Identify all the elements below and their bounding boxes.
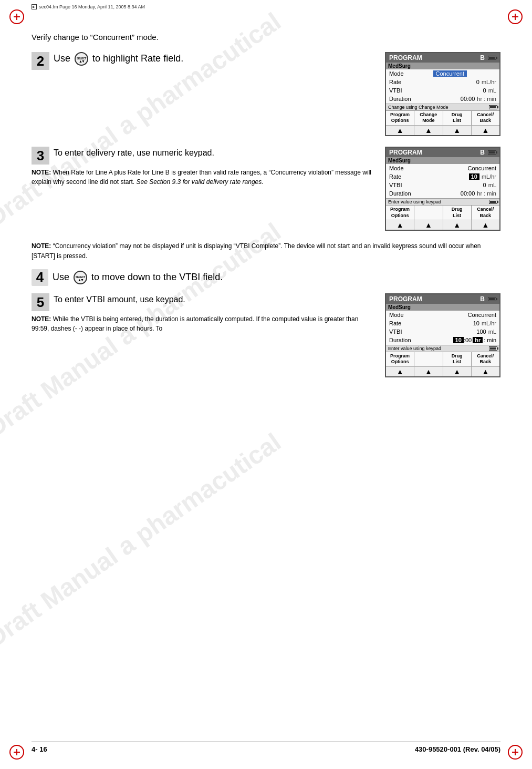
screen-3-row-vtbi: VTBI 0 mL <box>386 181 499 189</box>
step-2-text-before: Use <box>54 53 70 64</box>
screen-2-row-rate: Rate 0 mL/hr <box>386 78 499 86</box>
step-3-note: NOTE: When Rate for Line A plus Rate for… <box>32 168 377 187</box>
screen-2-btn-program[interactable]: ProgramOptions <box>386 111 414 125</box>
step-2-number: 2 <box>32 52 49 70</box>
screen-3-arrow-3[interactable]: ▲ <box>443 220 472 230</box>
select-icon-2 <box>75 52 88 66</box>
screen-3-btn-empty <box>414 206 443 220</box>
main-content: Verify change to “Concurrent” mode. 2 Us… <box>32 32 500 737</box>
screen-3-arrow-1[interactable]: ▲ <box>386 220 414 230</box>
screen-3-header: PROGRAM B <box>386 148 499 157</box>
screen-3-row-duration: Duration 00:00 hr : min <box>386 189 499 198</box>
device-screen-5: PROGRAM B MedSurg Mode Concurrent <box>385 293 500 377</box>
screen-5-arrow-2[interactable]: ▲ <box>414 366 443 376</box>
screen-5-row-vtbi: VTBI 100 mL <box>386 327 499 336</box>
screen-5-btn-program[interactable]: ProgramOptions <box>386 352 414 366</box>
screen-5-subheader: MedSurg <box>386 304 499 311</box>
screen-3-arrow-2[interactable]: ▲ <box>414 220 443 230</box>
step-3-number: 3 <box>32 147 49 165</box>
screen-2-badge: B <box>480 54 485 61</box>
step-4-section: 4 Use to move down to the VTBI field. <box>32 269 500 286</box>
corner-br <box>508 745 523 760</box>
screen-5-arrow-3[interactable]: ▲ <box>443 366 472 376</box>
file-info: sec04.fm Page 16 Monday, April 11, 2005 … <box>39 4 145 9</box>
step-5-row: 5 To enter VTBI amount, use keypad. NOTE… <box>32 293 500 377</box>
step-5-heading: 5 To enter VTBI amount, use keypad. <box>32 293 377 311</box>
footer-right: 430-95520-001 (Rev. 04/05) <box>415 745 500 753</box>
screen-2-arrow-2[interactable]: ▲ <box>414 125 443 135</box>
step-2-text: 2 Use to highlight Rate field. <box>32 52 377 73</box>
step-5-screen: PROGRAM B MedSurg Mode Concurrent <box>385 293 500 377</box>
screen-5-row-rate: Rate 10 mL/hr <box>386 319 499 327</box>
step-5-main-text: To enter VTBI amount, use keypad. <box>54 293 185 306</box>
screen-5-arrow-4[interactable]: ▲ <box>472 366 499 376</box>
screen-3-row-mode: Mode Concurrent <box>386 164 499 172</box>
battery-icon-5 <box>488 297 496 301</box>
screen-5-btn-cancel[interactable]: Cancel/Back <box>472 352 499 366</box>
step-5-text: 5 To enter VTBI amount, use keypad. NOTE… <box>32 293 377 333</box>
step-3-row: 3 To enter delivery rate, use numeric ke… <box>32 147 500 231</box>
intro-text: Verify change to “Concurrent” mode. <box>32 32 500 44</box>
step-4-text: Use to move down to the VTBI field. <box>53 271 223 284</box>
device-screen-3: PROGRAM B MedSurg Mode Concurrent <box>385 147 500 231</box>
screen-5-row-duration: Duration 10:00 hr : min <box>386 336 499 344</box>
corner-tr <box>508 9 523 24</box>
screen-2-subheader: MedSurg <box>386 63 499 69</box>
screen-2-header: PROGRAM B <box>386 53 499 63</box>
step-3-screen: PROGRAM B MedSurg Mode Concurrent <box>385 147 500 231</box>
screen-3-status: Enter value using keypad <box>386 198 499 205</box>
screen-2-btn-change[interactable]: ChangeMode <box>414 111 443 125</box>
screen-3-btn-drug[interactable]: DrugList <box>443 206 472 220</box>
screen-2-title: PROGRAM <box>389 54 422 61</box>
screen-3-btn-program[interactable]: ProgramOptions <box>386 206 414 220</box>
screen-2-arrow-3[interactable]: ▲ <box>443 125 472 135</box>
step-5-container: 5 To enter VTBI amount, use keypad. NOTE… <box>32 293 500 377</box>
page-footer: 4- 16 430-95520-001 (Rev. 04/05) <box>32 742 500 753</box>
battery-icon-5b <box>489 346 497 351</box>
battery-icon-2b <box>489 105 497 109</box>
screen-2-row-vtbi: VTBI 0 mL <box>386 86 499 95</box>
screen-2-arrows: ▲ ▲ ▲ ▲ <box>386 125 499 135</box>
screen-5-header: PROGRAM B <box>386 294 499 304</box>
screen-5-status: Enter value using keypad <box>386 345 499 352</box>
step-2-row: 2 Use to highlight Rate field. PROGRAM B <box>32 52 500 136</box>
step-2-container: 2 Use to highlight Rate field. PROGRAM B <box>32 52 500 136</box>
screen-5-row-mode: Mode Concurrent <box>386 311 499 319</box>
battery-icon-3b <box>489 200 497 204</box>
corner-tl <box>9 9 24 24</box>
corner-bl <box>9 745 24 760</box>
screen-3-title: PROGRAM <box>389 149 422 156</box>
screen-2-row-duration: Duration 00:00 hr : min <box>386 95 499 103</box>
screen-3-row-rate: Rate 10 mL/hr <box>386 172 499 181</box>
screen-5-buttons: ProgramOptions DrugList Cancel/Back <box>386 352 499 366</box>
screen-3-buttons: ProgramOptions DrugList Cancel/Back <box>386 205 499 220</box>
screen-2-buttons: ProgramOptions ChangeMode DrugList Cance… <box>386 110 499 125</box>
step-3-main-text: To enter delivery rate, use numeric keyp… <box>54 147 214 159</box>
line-indicator <box>32 4 37 9</box>
step-5-note: NOTE: While the VTBI is being entered, t… <box>32 314 377 333</box>
step-2-heading: 2 Use to highlight Rate field. <box>32 52 377 70</box>
footer-left: 4- 16 <box>32 745 47 753</box>
screen-5-arrows: ▲ ▲ ▲ ▲ <box>386 366 499 376</box>
screen-5-btn-drug[interactable]: DrugList <box>443 352 472 366</box>
step-2-text-after: to highlight Rate field. <box>92 53 183 64</box>
step-3-heading: 3 To enter delivery rate, use numeric ke… <box>32 147 377 165</box>
screen-5-badge: B <box>480 295 485 303</box>
step-2-screen: PROGRAM B MedSurg Mode Concurrent <box>385 52 500 136</box>
device-screen-2: PROGRAM B MedSurg Mode Concurrent <box>385 52 500 136</box>
screen-3-arrows: ▲ ▲ ▲ ▲ <box>386 220 499 230</box>
select-icon-4 <box>74 271 87 284</box>
screen-3-arrow-4[interactable]: ▲ <box>472 220 499 230</box>
screen-2-arrow-1[interactable]: ▲ <box>386 125 414 135</box>
step-5-number: 5 <box>32 293 49 311</box>
screen-3-btn-cancel[interactable]: Cancel/Back <box>472 206 499 220</box>
step-3-container: 3 To enter delivery rate, use numeric ke… <box>32 147 500 231</box>
screen-5-title: PROGRAM <box>389 295 422 303</box>
screen-2-arrow-4[interactable]: ▲ <box>472 125 499 135</box>
screen-2-btn-cancel[interactable]: Cancel/Back <box>472 111 499 125</box>
screen-5-btn-empty <box>414 352 443 366</box>
screen-2-btn-drug[interactable]: DrugList <box>443 111 472 125</box>
full-note: NOTE: “Concurrency violation” may not be… <box>32 241 500 261</box>
screen-5-arrow-1[interactable]: ▲ <box>386 366 414 376</box>
battery-icon-3 <box>488 150 496 155</box>
